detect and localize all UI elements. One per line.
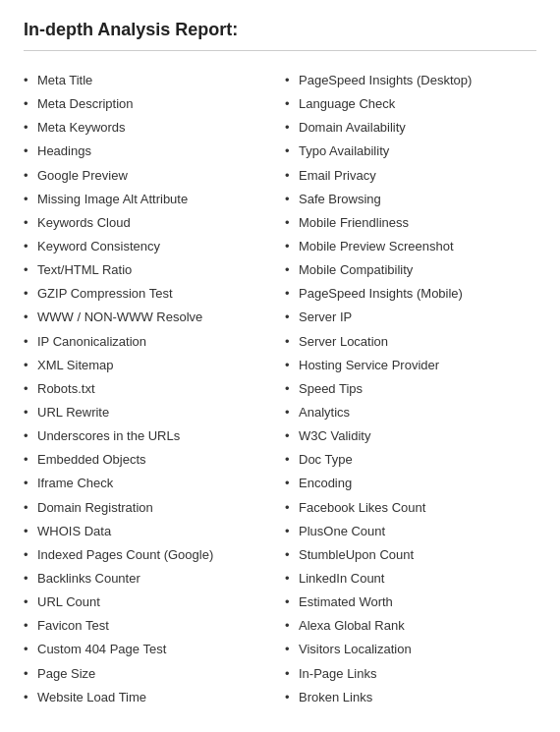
list-item: Domain Registration [24, 496, 275, 520]
list-item: Estimated Worth [285, 591, 536, 614]
list-item: Visitors Localization [285, 638, 536, 661]
list-item: WWW / NON-WWW Resolve [24, 306, 275, 329]
list-item: Headings [24, 140, 275, 163]
list-item: Iframe Check [24, 472, 275, 495]
list-item: Doc Type [285, 448, 536, 472]
list-item: StumbleUpon Count [285, 543, 536, 567]
list-item: Backlinks Counter [24, 567, 275, 591]
list-item: Typo Availability [285, 140, 536, 163]
list-item: Safe Browsing [285, 188, 536, 211]
list-item: WHOIS Data [24, 520, 275, 543]
list-item: Text/HTML Ratio [24, 258, 275, 282]
list-item: In-Page Links [285, 662, 536, 686]
columns-layout: Meta TitleMeta DescriptionMeta KeywordsH… [24, 69, 536, 709]
list-item: Mobile Friendliness [285, 211, 536, 235]
list-item: Server IP [285, 306, 536, 329]
list-item: Hosting Service Provider [285, 354, 536, 377]
list-item: Robots.txt [24, 377, 275, 401]
list-item: Analytics [285, 401, 536, 424]
right-list: PageSpeed Insights (Desktop)Language Che… [285, 69, 536, 709]
list-item: Page Size [24, 662, 275, 686]
list-item: Speed Tips [285, 377, 536, 401]
divider [24, 50, 536, 51]
list-item: Underscores in the URLs [24, 424, 275, 448]
list-item: Favicon Test [24, 614, 275, 638]
list-item: URL Count [24, 591, 275, 614]
list-item: LinkedIn Count [285, 567, 536, 591]
list-item: Broken Links [285, 686, 536, 709]
list-item: Custom 404 Page Test [24, 638, 275, 661]
list-item: Indexed Pages Count (Google) [24, 543, 275, 567]
list-item: PlusOne Count [285, 520, 536, 543]
left-column: Meta TitleMeta DescriptionMeta KeywordsH… [24, 69, 285, 709]
list-item: XML Sitemap [24, 354, 275, 377]
list-item: Keyword Consistency [24, 235, 275, 258]
list-item: Encoding [285, 472, 536, 495]
list-item: Email Privacy [285, 164, 536, 188]
list-item: IP Canonicalization [24, 330, 275, 354]
list-item: Meta Description [24, 92, 275, 116]
list-item: Mobile Compatibility [285, 258, 536, 282]
list-item: PageSpeed Insights (Mobile) [285, 282, 536, 306]
list-item: Website Load Time [24, 686, 275, 709]
report-title: In-depth Analysis Report: [24, 20, 536, 40]
right-column: PageSpeed Insights (Desktop)Language Che… [285, 69, 536, 709]
list-item: Embedded Objects [24, 448, 275, 472]
list-item: Keywords Cloud [24, 211, 275, 235]
list-item: GZIP Compression Test [24, 282, 275, 306]
list-item: Server Location [285, 330, 536, 354]
list-item: Language Check [285, 92, 536, 116]
list-item: URL Rewrite [24, 401, 275, 424]
list-item: PageSpeed Insights (Desktop) [285, 69, 536, 92]
list-item: Facebook Likes Count [285, 496, 536, 520]
list-item: Mobile Preview Screenshot [285, 235, 536, 258]
list-item: Domain Availability [285, 116, 536, 140]
left-list: Meta TitleMeta DescriptionMeta KeywordsH… [24, 69, 275, 709]
list-item: Alexa Global Rank [285, 614, 536, 638]
list-item: Google Preview [24, 164, 275, 188]
list-item: Missing Image Alt Attribute [24, 188, 275, 211]
list-item: Meta Title [24, 69, 275, 92]
list-item: W3C Validity [285, 424, 536, 448]
list-item: Meta Keywords [24, 116, 275, 140]
report-container: In-depth Analysis Report: Meta TitleMeta… [0, 0, 560, 729]
